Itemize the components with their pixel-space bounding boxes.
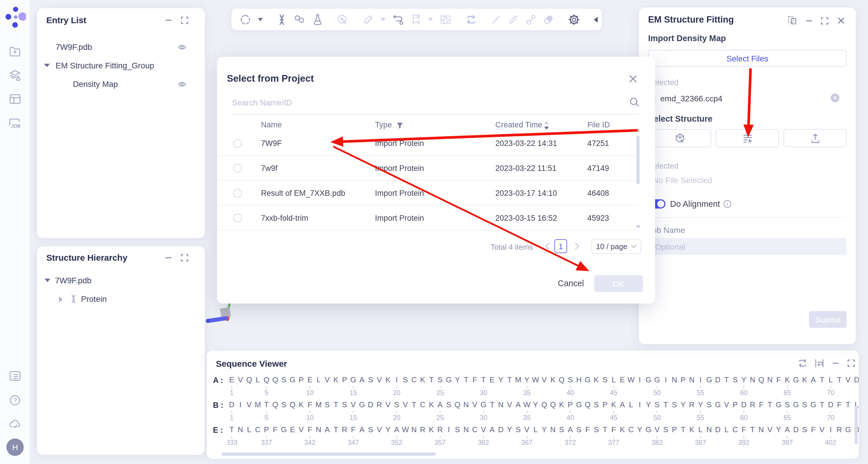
page-number[interactable]: 1 bbox=[554, 239, 567, 253]
fullscreen-icon[interactable] bbox=[181, 254, 189, 262]
horizontal-scrollbar-thumb[interactable] bbox=[222, 453, 436, 456]
row-radio[interactable] bbox=[233, 214, 242, 223]
settings-gear-icon[interactable] bbox=[568, 13, 580, 25]
scroll-up-icon[interactable] bbox=[636, 128, 641, 132]
surface-icon[interactable] bbox=[543, 14, 554, 25]
table-row[interactable]: 7W9FImport Protein2023-03-22 14:3147251 bbox=[217, 131, 639, 156]
list-item[interactable]: Density Map bbox=[37, 78, 205, 93]
prev-page-icon[interactable] bbox=[545, 242, 550, 250]
collapse-toolbar-icon[interactable] bbox=[594, 17, 598, 22]
next-page-icon[interactable] bbox=[574, 242, 580, 250]
structure-from-viewer-button[interactable] bbox=[648, 129, 711, 147]
target-select-icon[interactable] bbox=[337, 13, 348, 25]
hexagon-structure-icon[interactable] bbox=[240, 13, 251, 25]
tree-item[interactable]: 7W9F.pdb bbox=[37, 274, 205, 289]
cube-select-icon bbox=[674, 133, 685, 144]
cloud-sync-icon[interactable] bbox=[9, 419, 22, 429]
filter-funnel-icon[interactable] bbox=[396, 122, 403, 129]
avatar[interactable]: H bbox=[6, 438, 24, 456]
list-item[interactable]: EM Structure Fitting_Group bbox=[37, 59, 205, 74]
table-scrollbar-thumb[interactable] bbox=[637, 136, 640, 184]
sequence-letters[interactable]: D1IVMT5QSQKF10MSTSV15GDRVS20VTCKA25SQNVG… bbox=[227, 400, 859, 425]
visibility-eye-icon[interactable] bbox=[177, 80, 187, 91]
map-icon[interactable] bbox=[440, 14, 452, 25]
axis-gizmo[interactable] bbox=[204, 301, 241, 329]
table-row[interactable]: 7w9fImport Protein2023-03-22 11:5147149 bbox=[217, 156, 639, 181]
fullscreen-icon[interactable] bbox=[820, 17, 829, 25]
help-icon[interactable]: ? bbox=[9, 395, 21, 406]
cell-created-time: 2023-03-22 14:31 bbox=[495, 139, 557, 148]
folder-add-icon[interactable] bbox=[9, 46, 21, 57]
row-radio[interactable] bbox=[233, 139, 242, 148]
route-icon[interactable] bbox=[392, 14, 404, 25]
close-icon[interactable] bbox=[837, 16, 845, 25]
scroll-down-icon[interactable] bbox=[636, 225, 641, 228]
help-icon-glyph: ? bbox=[13, 397, 17, 404]
visibility-eye-icon[interactable] bbox=[177, 43, 187, 54]
column-created-time[interactable]: Created Time bbox=[495, 120, 542, 129]
cell-type: Import Protein bbox=[375, 189, 424, 198]
list-panel-icon[interactable] bbox=[9, 371, 21, 381]
ok-button[interactable]: OK bbox=[594, 275, 643, 292]
row-radio[interactable] bbox=[233, 164, 242, 173]
wrap-text-icon[interactable] bbox=[814, 358, 825, 369]
structure-upload-button[interactable] bbox=[783, 129, 846, 147]
chevron-down-icon[interactable] bbox=[428, 18, 433, 21]
viewer-toolbar bbox=[231, 9, 602, 30]
table-row[interactable]: 7xxb-fold-trimImport Protein2023-03-15 1… bbox=[217, 206, 639, 231]
info-icon[interactable] bbox=[723, 200, 732, 208]
dna-icon[interactable] bbox=[277, 13, 287, 25]
bookmark-add-icon[interactable] bbox=[411, 13, 421, 25]
search-icon[interactable] bbox=[629, 97, 640, 107]
submit-button[interactable]: Submit bbox=[809, 311, 846, 328]
chevron-down-icon[interactable] bbox=[381, 18, 385, 21]
table-row[interactable]: Result of EM_7XXB.pdbImport Protein2023-… bbox=[217, 181, 639, 206]
line-tool-icon[interactable] bbox=[491, 14, 501, 25]
fullscreen-icon[interactable] bbox=[847, 359, 855, 367]
job-name-input[interactable] bbox=[648, 238, 846, 255]
ball-stick-icon[interactable] bbox=[525, 14, 536, 25]
job-icon[interactable]: JOB bbox=[9, 118, 22, 129]
cancel-button[interactable]: Cancel bbox=[558, 279, 584, 288]
molecule-rings-icon[interactable] bbox=[294, 14, 306, 25]
experiment-flask-icon[interactable] bbox=[312, 13, 323, 25]
column-file-id[interactable]: File ID bbox=[587, 120, 610, 129]
list-item[interactable]: 7W9F.pdb bbox=[37, 40, 205, 56]
workflow-swap-icon[interactable] bbox=[797, 358, 808, 369]
close-icon[interactable] bbox=[628, 74, 638, 83]
sequence-letters[interactable]: T333NLCP337FGEVF342NATRF347ASVYA352WNRKR… bbox=[227, 425, 859, 450]
chevron-right-icon[interactable] bbox=[59, 297, 62, 302]
tree-item[interactable]: Protein bbox=[37, 293, 205, 308]
select-files-button[interactable]: Select Files bbox=[648, 50, 846, 67]
page-size-select[interactable]: 10 / page bbox=[591, 239, 641, 254]
chevron-down-icon[interactable] bbox=[44, 279, 50, 282]
dock-panel-icon[interactable] bbox=[787, 15, 797, 26]
app-root: JOB ? H Entry List bbox=[0, 0, 868, 464]
row-radio[interactable] bbox=[233, 189, 242, 198]
app-logo[interactable] bbox=[5, 6, 26, 28]
search-input[interactable] bbox=[232, 94, 623, 111]
layout-table-icon[interactable] bbox=[9, 94, 21, 104]
minimize-icon[interactable] bbox=[164, 16, 173, 24]
vertical-scrollbar-thumb[interactable] bbox=[855, 406, 858, 444]
chevron-down-icon[interactable] bbox=[44, 64, 50, 67]
remove-file-icon[interactable] bbox=[830, 93, 840, 103]
sequence-viewer-panel: Sequence Viewer A :E1VQLQ5QSGPE10LVKPG15… bbox=[207, 350, 859, 459]
minimize-icon[interactable] bbox=[164, 254, 173, 262]
job-icon-text: JOB bbox=[11, 124, 21, 128]
column-name[interactable]: Name bbox=[261, 120, 282, 129]
column-type[interactable]: Type bbox=[375, 120, 392, 129]
minimize-icon[interactable] bbox=[832, 359, 840, 367]
structure-from-list-button[interactable] bbox=[716, 129, 779, 147]
workflow-swap-icon[interactable] bbox=[465, 13, 477, 25]
layers-experiment-icon[interactable] bbox=[9, 69, 22, 81]
sequence-chain-label: A : bbox=[213, 376, 223, 385]
pencil-tool-icon[interactable] bbox=[508, 14, 519, 25]
sequence-letters[interactable]: E1VQLQ5QSGPE10LVKPG15ASVKI20SCKTS25GYTFT… bbox=[227, 375, 859, 400]
sort-icons[interactable] bbox=[544, 121, 549, 130]
minimize-icon[interactable] bbox=[805, 17, 813, 25]
entry-list-title: Entry List bbox=[46, 15, 86, 25]
fullscreen-icon[interactable] bbox=[181, 16, 189, 24]
chevron-down-icon[interactable] bbox=[258, 18, 263, 21]
measure-ruler-icon[interactable] bbox=[362, 13, 374, 25]
